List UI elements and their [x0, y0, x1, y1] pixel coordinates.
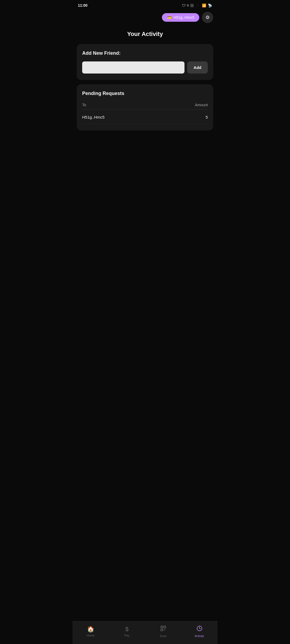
add-friend-title: Add New Friend: — [82, 50, 208, 56]
wallet-icon: 💳 — [167, 15, 171, 20]
svg-rect-3 — [164, 629, 165, 630]
svg-rect-4 — [165, 629, 166, 630]
table-header: To Amount — [82, 101, 208, 109]
page-title: Your Activity — [73, 25, 218, 44]
add-friend-card: Add New Friend: Add — [77, 44, 213, 80]
camera-dot — [197, 4, 199, 7]
header-to: To — [82, 103, 86, 107]
add-button[interactable]: Add — [187, 61, 208, 74]
nav-label-activity: Activity — [195, 634, 204, 638]
table-row: H51g..Hmc5 5 — [82, 111, 208, 124]
nav-item-home[interactable]: 🏠 Home — [73, 625, 109, 638]
shield-icon: 🛡 — [182, 3, 186, 8]
svg-rect-1 — [164, 626, 166, 628]
nav-item-pay[interactable]: $ Pay — [109, 625, 145, 638]
nav-item-scan[interactable]: Scan — [145, 624, 181, 639]
bottom-nav: 🏠 Home $ Pay Scan Activity — [73, 621, 218, 644]
signal-icon: 📡 — [208, 3, 212, 8]
wallet-address-label: H51g..Hmc5 — [173, 15, 194, 20]
nav-label-pay: Pay — [124, 634, 129, 637]
activity-icon — [196, 625, 203, 633]
pending-requests-card: Pending Requests To Amount H51g..Hmc5 5 — [77, 84, 213, 130]
top-bar: 💳 H51g..Hmc5 ⚙ — [73, 10, 218, 25]
g-icon: G — [187, 4, 189, 7]
settings-button[interactable]: ⚙ — [202, 12, 213, 23]
nav-item-activity[interactable]: Activity — [181, 624, 218, 639]
pending-requests-title: Pending Requests — [82, 91, 208, 96]
settings-icon: ⚙ — [205, 14, 210, 20]
status-icons: 🛡 G ⬛ 📶 📡 — [182, 3, 212, 8]
notification-icons: 🛡 G ⬛ — [182, 3, 194, 8]
browser-icon: ⬛ — [190, 4, 194, 7]
main-content: Add New Friend: Add Pending Requests To … — [73, 44, 218, 162]
svg-rect-0 — [161, 626, 163, 628]
svg-rect-5 — [164, 630, 164, 631]
row-to-address: H51g..Hmc5 — [82, 115, 104, 119]
svg-rect-2 — [161, 629, 163, 631]
home-icon: 🏠 — [87, 626, 94, 633]
wallet-button[interactable]: 💳 H51g..Hmc5 — [162, 13, 199, 22]
pay-icon: $ — [125, 626, 128, 633]
nav-label-home: Home — [87, 634, 95, 637]
nav-label-scan: Scan — [160, 634, 166, 638]
header-amount: Amount — [195, 103, 208, 107]
status-bar: 11:00 🛡 G ⬛ 📶 📡 — [73, 0, 218, 10]
row-amount: 5 — [206, 115, 208, 119]
scan-icon — [160, 625, 166, 633]
add-friend-row: Add — [82, 61, 208, 74]
status-time: 11:00 — [78, 3, 88, 8]
friend-input[interactable] — [82, 61, 184, 74]
wifi-icon: 📶 — [202, 3, 206, 8]
